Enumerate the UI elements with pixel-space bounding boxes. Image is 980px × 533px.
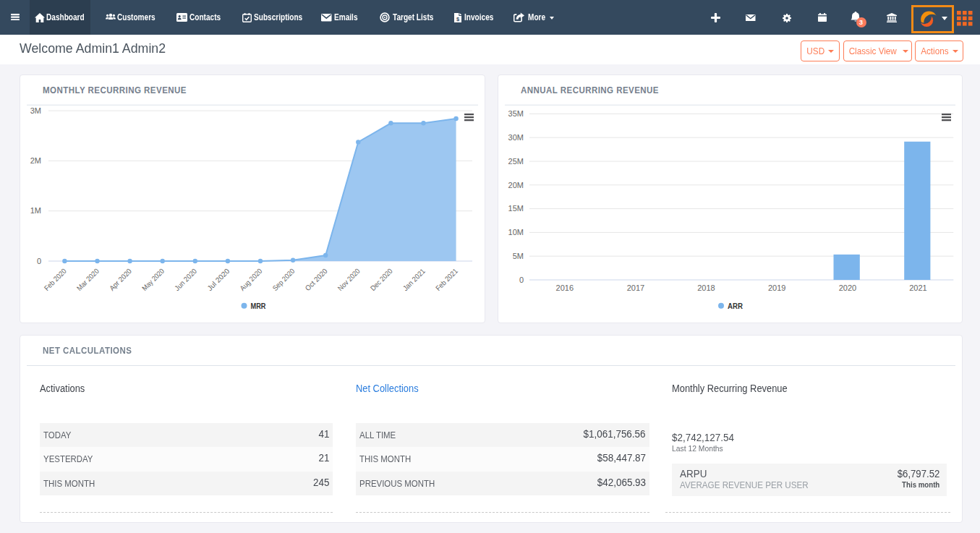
- svg-text:35M: 35M: [508, 109, 524, 118]
- svg-text:30M: 30M: [508, 133, 524, 142]
- svg-text:2018: 2018: [697, 283, 715, 292]
- svg-text:Feb 2020: Feb 2020: [43, 267, 68, 292]
- svg-text:2M: 2M: [30, 156, 41, 165]
- svg-text:0: 0: [37, 257, 41, 265]
- svg-text:Jul 2020: Jul 2020: [205, 267, 231, 292]
- svg-text:Jan 2021: Jan 2021: [401, 267, 427, 292]
- svg-text:Dec 2020: Dec 2020: [369, 267, 394, 292]
- svg-text:MRR: MRR: [251, 302, 266, 310]
- svg-text:Sep 2020: Sep 2020: [271, 267, 297, 292]
- svg-text:ANNUAL RECURRING REVENUE: ANNUAL RECURRING REVENUE: [521, 85, 659, 95]
- svg-text:ARR: ARR: [728, 302, 743, 310]
- svg-text:2016: 2016: [556, 283, 574, 292]
- svg-text:15M: 15M: [508, 204, 524, 213]
- svg-text:10M: 10M: [508, 228, 524, 236]
- svg-text:20M: 20M: [508, 181, 524, 189]
- svg-text:1M: 1M: [30, 206, 41, 215]
- svg-text:Apr 2020: Apr 2020: [108, 267, 133, 292]
- svg-text:Mar 2020: Mar 2020: [75, 267, 101, 292]
- svg-text:May 2020: May 2020: [140, 267, 166, 292]
- svg-text:Jun 2020: Jun 2020: [173, 267, 198, 292]
- svg-text:25M: 25M: [508, 157, 524, 166]
- svg-text:5M: 5M: [513, 252, 524, 260]
- svg-text:2020: 2020: [839, 283, 856, 292]
- svg-text:2021: 2021: [909, 283, 926, 292]
- svg-text:2019: 2019: [768, 283, 785, 292]
- svg-text:MONTHLY RECURRING REVENUE: MONTHLY RECURRING REVENUE: [43, 85, 187, 95]
- svg-text:Oct 2020: Oct 2020: [304, 267, 329, 292]
- svg-text:Feb 2021: Feb 2021: [434, 267, 459, 292]
- svg-text:Nov 2020: Nov 2020: [336, 267, 362, 292]
- svg-text:3M: 3M: [30, 106, 41, 115]
- svg-text:2017: 2017: [627, 283, 644, 292]
- svg-text:0: 0: [519, 276, 524, 284]
- svg-text:Aug 2020: Aug 2020: [238, 267, 263, 292]
